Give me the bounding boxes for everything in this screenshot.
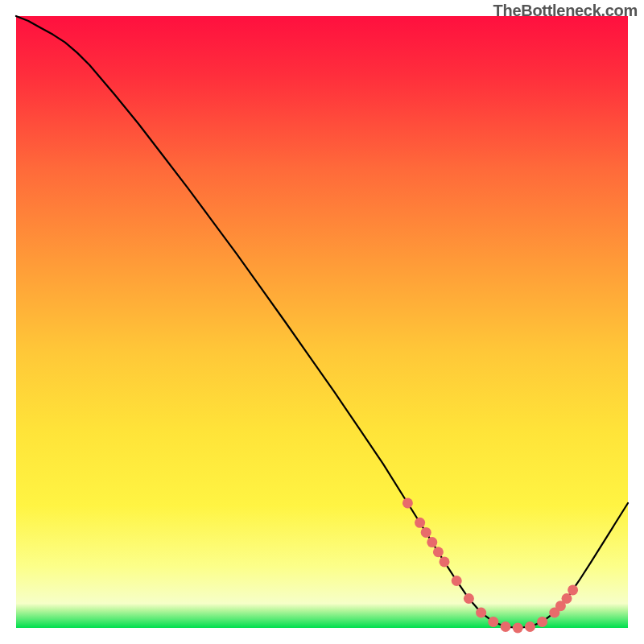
valley-dot [525, 621, 535, 632]
valley-dot [501, 621, 511, 632]
watermark-text: TheBottleneck.com [493, 2, 638, 20]
plot-background [16, 16, 628, 628]
valley-dot [433, 547, 444, 557]
valley-dot [452, 576, 462, 586]
valley-dot [513, 623, 523, 634]
valley-dot [562, 593, 572, 604]
bottleneck-chart [0, 0, 644, 644]
valley-dot [402, 497, 413, 508]
valley-dot [421, 527, 431, 538]
valley-dot [415, 518, 425, 528]
valley-dot [568, 584, 578, 595]
valley-dot [427, 537, 437, 547]
valley-dot [440, 556, 450, 567]
valley-dot [488, 617, 498, 627]
valley-dot [464, 593, 474, 604]
chart-stage: TheBottleneck.com [0, 0, 644, 644]
valley-dot [537, 617, 547, 627]
valley-dot [476, 608, 486, 618]
